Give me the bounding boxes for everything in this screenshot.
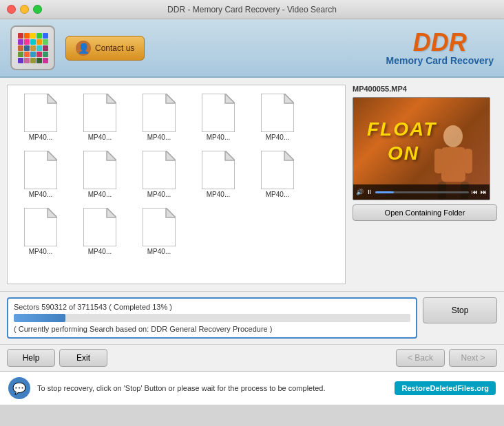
logo-cell (30, 39, 36, 45)
next-frame-icon[interactable]: ⏭ (481, 189, 487, 195)
progress-status-text: Sectors 590312 of 3711543 ( Completed 13… (14, 303, 410, 311)
progress-info-box: Sectors 590312 of 3711543 ( Completed 13… (7, 297, 417, 339)
logo-cell (43, 58, 48, 63)
file-item[interactable]: MP40... (250, 148, 305, 201)
file-grid: MP40... MP40... MP40... MP40... (13, 91, 339, 258)
contact-button[interactable]: 👤 Contact us (65, 36, 145, 61)
svg-marker-1 (48, 94, 57, 103)
progress-procedure-text: ( Currently performing Search based on: … (14, 325, 410, 333)
file-icon-6 (83, 151, 116, 189)
next-button[interactable]: Next > (449, 349, 497, 367)
file-label: MP40... (29, 134, 52, 141)
file-item[interactable]: MP40... (132, 205, 187, 258)
file-item[interactable]: MP40... (132, 148, 187, 201)
file-item[interactable]: MP40... (13, 91, 68, 144)
preview-video: FLOAT ON 🔊 ⏸ ⏮ ⏭ (353, 97, 490, 200)
person-icon: 👤 (76, 41, 91, 56)
file-item[interactable]: MP40... (132, 91, 187, 144)
file-item[interactable]: MP40... (191, 148, 246, 201)
progress-bar-container (14, 314, 410, 322)
open-folder-label: Open Containing Folder (385, 209, 465, 217)
logo-cell (36, 45, 42, 51)
file-label: MP40... (29, 191, 52, 198)
on-text: ON (388, 142, 419, 164)
volume-icon[interactable]: 🔊 (356, 189, 364, 195)
file-icon-7 (143, 151, 176, 189)
minimize-button[interactable] (20, 5, 29, 14)
file-item[interactable]: MP40... (72, 91, 127, 144)
info-icon: 💬 (8, 377, 30, 399)
prev-frame-icon[interactable]: ⏮ (472, 189, 478, 195)
next-label: Next > (461, 353, 485, 363)
svg-marker-7 (225, 94, 235, 103)
logo-cell (18, 39, 23, 45)
stop-button[interactable]: Stop (423, 297, 497, 323)
open-folder-button[interactable]: Open Containing Folder (353, 204, 497, 221)
file-item[interactable]: MP40... (13, 205, 68, 258)
maximize-button[interactable] (33, 5, 42, 14)
back-button[interactable]: < Back (396, 349, 445, 367)
file-label: MP40... (207, 191, 230, 198)
file-item[interactable]: MP40... (72, 148, 127, 201)
file-label: MP40... (266, 191, 289, 198)
play-pause-icon[interactable]: ⏸ (366, 189, 372, 195)
file-icon-2 (143, 94, 176, 132)
window-title: DDR - Memory Card Recovery - Video Searc… (167, 5, 337, 14)
brand: DDR Memory Card Recovery (386, 30, 494, 66)
stop-label: Stop (452, 306, 469, 315)
file-icon-12 (143, 208, 176, 246)
svg-rect-30 (434, 149, 443, 173)
svg-marker-11 (48, 151, 57, 160)
logo-cell (43, 33, 48, 39)
file-item[interactable]: MP40... (250, 91, 305, 144)
file-label: MP40... (207, 134, 230, 141)
file-icon-0 (24, 94, 57, 132)
logo-cell (43, 39, 48, 45)
file-label: MP40... (88, 248, 112, 255)
file-grid-container[interactable]: MP40... MP40... MP40... MP40... (7, 85, 346, 284)
preview-panel: MP400055.MP4 FLOAT ON 🔊 ⏸ (353, 85, 497, 284)
logo-cell (43, 45, 48, 51)
file-icon-3 (202, 94, 235, 132)
file-label: MP40... (266, 134, 289, 141)
file-item[interactable]: MP40... (13, 148, 68, 201)
brand-title: DDR (386, 30, 494, 55)
info-message: To stop recovery, click on 'Stop' Button… (37, 384, 388, 392)
svg-marker-5 (166, 94, 176, 103)
logo-cell (18, 58, 23, 63)
back-label: < Back (408, 353, 433, 363)
file-icon-5 (24, 151, 57, 189)
video-progress-bar[interactable] (375, 191, 469, 193)
logo-cell (18, 33, 23, 39)
file-label: MP40... (147, 134, 171, 141)
logo-cell (36, 58, 42, 63)
help-button[interactable]: Help (7, 349, 55, 367)
video-progress-fill (375, 191, 394, 193)
file-icon-4 (261, 94, 294, 132)
close-button[interactable] (7, 5, 16, 14)
file-label: MP40... (147, 248, 171, 255)
window-controls[interactable] (7, 5, 42, 14)
brand-subtitle: Memory Card Recovery (386, 55, 494, 66)
svg-marker-21 (48, 208, 57, 217)
logo-cell (24, 58, 30, 63)
file-label: MP40... (88, 134, 112, 141)
contact-label: Contact us (95, 43, 134, 53)
file-icon-1 (83, 94, 116, 132)
exit-button[interactable]: Exit (59, 349, 107, 367)
preview-filename: MP400055.MP4 (353, 85, 497, 93)
svg-rect-27 (441, 147, 465, 182)
svg-marker-17 (225, 151, 235, 160)
main-content: MP40... MP40... MP40... MP40... (0, 78, 504, 291)
exit-label: Exit (76, 353, 90, 363)
file-item[interactable]: MP40... (72, 205, 127, 258)
logo-cell (30, 52, 36, 57)
file-item[interactable]: MP40... (191, 91, 246, 144)
svg-marker-19 (284, 151, 294, 160)
file-label: MP40... (29, 248, 52, 255)
video-controls[interactable]: 🔊 ⏸ ⏮ ⏭ (353, 184, 490, 200)
logo-cell (24, 52, 30, 57)
file-icon-11 (83, 208, 116, 246)
header: 👤 Contact us DDR Memory Card Recovery (0, 19, 504, 78)
progress-bar-fill (14, 314, 65, 322)
